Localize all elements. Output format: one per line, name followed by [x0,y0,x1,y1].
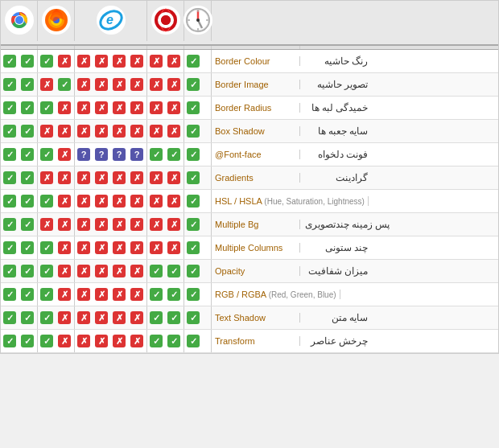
yes-icon: ✓ [187,55,200,68]
support-cell-4-2: ✓ [38,143,56,166]
support-cell-12-8: ✓ [147,330,165,352]
ie-cells: ✗✗✗✗ [75,236,147,259]
support-cell-10-8: ✓ [147,283,165,306]
table-row: ✓✓✓✗✗✗✗✗✗✗✓Multiple Columnsچند ستونی [1,236,498,260]
support-cell-10-10: ✓ [184,283,202,306]
no-icon: ✗ [95,218,108,231]
opera-cells: ✓✓ [147,260,184,282]
feature-label-en: @Font-face [212,150,300,159]
yes-icon: ✓ [3,195,16,208]
safari-icon [182,4,214,36]
support-cell-3-6: ✗ [110,120,128,142]
browser-opera [147,1,184,41]
support-cell-0-4: ✗ [75,50,93,72]
table-row: ✓✓✓✗✗✗✗✗✓✓✓Text Shadowسایه متن [1,306,498,330]
yes-icon: ✓ [167,265,180,277]
no-icon: ✗ [113,101,126,114]
yes-icon: ✓ [3,311,16,324]
svg-point-16 [161,15,171,25]
no-icon: ✗ [130,218,143,231]
feature-label-en: Opacity [212,266,300,276]
no-icon: ✗ [113,218,126,231]
firefox-cells: ✗✗ [38,213,75,236]
no-icon: ✗ [95,171,108,184]
yes-icon: ✓ [40,55,53,68]
feature-label-en: Border Image [212,80,300,89]
support-cell-12-5: ✗ [93,330,110,352]
no-icon: ✗ [167,218,180,231]
support-cell-12-4: ✗ [75,330,93,352]
opera-cells: ✗✗ [147,166,184,189]
safari-cells: ✓ [184,330,212,352]
firefox-icon [40,4,72,36]
feature-label-en: Box Shadow [212,126,300,136]
ie-cells: ✗✗✗✗ [75,306,147,329]
feature-en-col-header [212,46,300,49]
chrome-cells: ✓✓ [1,283,38,306]
support-cell-0-2: ✓ [38,50,56,72]
ff-v2-hdr [56,46,73,49]
support-cell-0-5: ✗ [93,50,110,72]
ch-v2-hdr [19,46,36,49]
support-cell-4-8: ✓ [147,143,165,166]
support-cell-6-8: ✗ [147,190,165,212]
no-icon: ✗ [77,55,90,68]
chrome-version-header [1,46,38,49]
yes-icon: ✓ [3,171,16,184]
support-cell-5-2: ✗ [38,166,56,189]
support-cell-1-6: ✗ [110,73,128,96]
support-cell-0-1: ✓ [19,50,36,72]
support-cell-2-4: ✗ [75,97,93,119]
support-cell-2-8: ✗ [147,97,165,119]
no-icon: ✗ [130,288,143,301]
support-cell-8-1: ✓ [19,236,36,259]
no-icon: ✗ [77,265,90,277]
opera-cells: ✗✗ [147,190,184,212]
partial-icon: ? [130,148,143,161]
support-cell-4-1: ✓ [19,143,36,166]
support-cell-6-10: ✓ [184,190,202,212]
main-container: e [0,0,499,354]
table-row: ✓✓✓✗✗✗✗✗✗✗✓HSL / HSLA (Hue, Saturation, … [1,190,498,213]
support-cell-5-0: ✓ [1,166,19,189]
no-icon: ✗ [58,265,71,277]
yes-icon: ✓ [40,101,53,114]
firefox-cells: ✗✗ [38,166,75,189]
yes-icon: ✓ [40,265,53,277]
support-cell-8-6: ✗ [110,236,128,259]
chrome-cells: ✓✓ [1,190,38,212]
no-icon: ✗ [95,55,108,68]
support-cell-12-9: ✓ [165,330,183,352]
no-icon: ✗ [167,195,180,208]
yes-icon: ✓ [3,148,16,161]
partial-icon: ? [77,148,90,161]
support-cell-12-7: ✗ [128,330,146,352]
feature-label-en: RGB / RGBA (Red, Green, Blue) [212,290,340,299]
support-cell-12-10: ✓ [184,330,202,352]
support-cell-11-7: ✗ [128,306,146,329]
ie-cells: ✗✗✗✗ [75,213,147,236]
no-icon: ✗ [95,78,108,91]
safari-cells: ✓ [184,190,212,212]
support-cell-6-0: ✓ [1,190,19,212]
no-icon: ✗ [95,335,108,347]
support-cell-1-3: ✓ [56,73,73,96]
no-icon: ✗ [150,171,163,184]
support-cell-6-6: ✗ [110,190,128,212]
no-icon: ✗ [150,195,163,208]
feature-label-fa: خمیدگی لبه ها [300,102,373,114]
opera-version-header [147,46,184,49]
no-icon: ✗ [58,241,71,254]
support-cell-4-0: ✓ [1,143,19,166]
support-cell-7-1: ✓ [19,213,36,236]
no-icon: ✗ [130,125,143,138]
no-icon: ✗ [95,241,108,254]
support-cell-1-2: ✗ [38,73,56,96]
support-cell-2-7: ✗ [128,97,146,119]
ie-version-header [75,46,147,49]
feature-label-fa: گرادینت [300,172,373,184]
yes-icon: ✓ [187,171,200,184]
yes-icon: ✓ [21,288,34,301]
support-cell-4-7: ? [128,143,146,166]
opera-cells: ✓✓ [147,330,184,352]
